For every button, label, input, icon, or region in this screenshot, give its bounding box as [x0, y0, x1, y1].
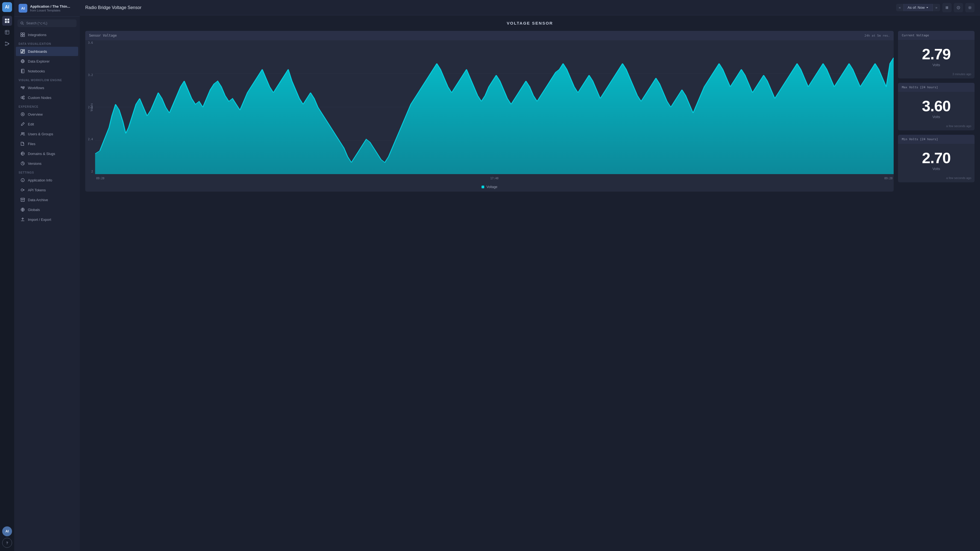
sidebar-item-data-explorer[interactable]: Data Explorer: [16, 57, 78, 66]
svg-rect-0: [5, 19, 7, 21]
svg-rect-14: [23, 49, 25, 51]
svg-rect-33: [947, 6, 948, 9]
sidebar-item-api-tokens[interactable]: API Tokens: [16, 185, 78, 194]
chart-widget: Sensor Voltage 24h at 5m res. 3.6 3.2 2.…: [85, 31, 894, 191]
api-tokens-icon: [20, 188, 25, 193]
svg-point-24: [22, 132, 23, 134]
globals-label: Globals: [28, 208, 40, 212]
current-voltage-time: 3 minutes ago: [898, 71, 975, 78]
files-label: Files: [28, 142, 35, 146]
topbar-controls: « As of: Now »: [896, 3, 975, 12]
min-voltage-unit: Volts: [932, 167, 940, 171]
svg-rect-16: [21, 53, 22, 53]
sidebar-header: AI Application / The Thin... from Losant…: [14, 0, 80, 17]
custom-nodes-icon: [20, 95, 25, 100]
grid-rail-icon[interactable]: [2, 16, 12, 26]
sidebar-item-domains[interactable]: Domains & Slugs: [16, 149, 78, 158]
current-voltage-unit: Volts: [932, 63, 940, 67]
sidebar-item-app-info[interactable]: Application Info: [16, 175, 78, 185]
current-voltage-header: Current Voltage: [898, 31, 975, 40]
sidebar-item-notebooks[interactable]: Notebooks: [16, 67, 78, 76]
sidebar-item-versions[interactable]: Versions: [16, 159, 78, 168]
legend-dot: [482, 186, 484, 188]
svg-rect-20: [23, 96, 24, 97]
sidebar-item-data-archive[interactable]: Data Archive: [16, 195, 78, 204]
time-prev-button[interactable]: «: [896, 4, 904, 11]
dashboard-title: VOLTAGE SENSOR: [85, 21, 975, 25]
max-voltage-time: a few seconds ago: [898, 123, 975, 131]
sidebar-item-files[interactable]: Files: [16, 139, 78, 148]
widgets-row: Sensor Voltage 24h at 5m res. 3.6 3.2 2.…: [85, 31, 975, 191]
topbar: Radio Bridge Voltage Sensor « As of: Now…: [80, 0, 980, 15]
pause-button[interactable]: [942, 3, 951, 12]
svg-point-25: [23, 132, 24, 134]
sidebar-item-edit[interactable]: Edit: [16, 119, 78, 129]
globals-icon: [20, 207, 25, 212]
integrations-label: Integrations: [28, 33, 46, 37]
pause-icon: [945, 6, 949, 10]
chart-legend: Voltage: [85, 182, 894, 191]
versions-icon: [20, 161, 25, 166]
min-voltage-time: a few seconds ago: [898, 175, 975, 182]
time-now-dropdown[interactable]: As of: Now: [904, 4, 933, 11]
chart-area: 3.6 3.2 2.8 2.4 2 Volts: [85, 40, 894, 182]
legend-label: Voltage: [487, 185, 497, 189]
overview-label: Overview: [28, 112, 43, 116]
search-bar[interactable]: Search (⌥+L): [18, 19, 76, 27]
svg-rect-9: [21, 33, 22, 34]
svg-point-36: [969, 7, 971, 8]
max-voltage-body: 3.60 Volts: [898, 92, 975, 123]
current-voltage-widget: Current Voltage 2.79 Volts 3 minutes ago: [898, 31, 975, 78]
sidebar-item-workflows[interactable]: Workflows: [16, 83, 78, 92]
app-info-icon: [20, 178, 25, 183]
app-info: Application / The Thin... from Losant Te…: [30, 4, 70, 12]
settings-button[interactable]: [965, 3, 975, 12]
sidebar-item-import-export[interactable]: Import / Export: [16, 215, 78, 224]
users-groups-label: Users & Groups: [28, 132, 53, 136]
min-voltage-widget: Min Volts [24 hours] 2.70 Volts a few se…: [898, 135, 975, 182]
svg-rect-12: [23, 35, 25, 37]
import-export-icon: [20, 217, 25, 222]
sidebar-item-users-groups[interactable]: Users & Groups: [16, 129, 78, 139]
app-title: Application / The Thin...: [30, 4, 70, 9]
domains-label: Domains & Slugs: [28, 152, 55, 156]
sidebar-item-dashboards[interactable]: Dashboards: [16, 47, 78, 56]
max-voltage-widget: Max Volts [24 hours] 3.60 Volts a few se…: [898, 83, 975, 131]
app-avatar: AI: [19, 4, 27, 13]
time-now-label: As of: Now: [908, 5, 925, 10]
data-explorer-label: Data Explorer: [28, 59, 49, 64]
y-axis-title-container: Volts: [88, 40, 95, 174]
workflows-icon: [20, 85, 25, 90]
app-subtitle: from Losant Templates: [30, 9, 70, 12]
workflow-rail-icon[interactable]: [2, 39, 12, 49]
app-logo[interactable]: AI: [2, 2, 12, 12]
user-avatar-icon[interactable]: AI: [2, 526, 12, 536]
notebooks-label: Notebooks: [28, 69, 45, 73]
svg-point-5: [5, 42, 6, 43]
workflows-label: Workflows: [28, 86, 44, 90]
box-rail-icon[interactable]: [2, 27, 12, 37]
help-icon[interactable]: ?: [2, 538, 12, 548]
time-next-button[interactable]: »: [933, 4, 940, 11]
refresh-button[interactable]: [954, 3, 963, 12]
notebooks-icon: [20, 68, 25, 73]
current-voltage-body: 2.79 Volts: [898, 40, 975, 71]
search-icon: [20, 21, 24, 25]
svg-rect-15: [23, 51, 25, 53]
app-info-label: Application Info: [28, 178, 52, 182]
chart-widget-header: Sensor Voltage 24h at 5m res.: [85, 31, 894, 40]
svg-rect-32: [946, 6, 947, 9]
y-axis-title: Volts: [90, 103, 93, 111]
sidebar-item-overview[interactable]: Overview: [16, 110, 78, 119]
sidebar-item-integrations[interactable]: Integrations: [16, 30, 78, 39]
domains-icon: [20, 151, 25, 156]
custom-nodes-label: Custom Nodes: [28, 96, 51, 100]
svg-rect-10: [23, 33, 25, 34]
side-panels: Current Voltage 2.79 Volts 3 minutes ago…: [898, 31, 975, 182]
sidebar: AI Application / The Thin... from Losant…: [14, 0, 80, 551]
dashboards-icon: [20, 49, 25, 54]
sidebar-item-globals[interactable]: Globals: [16, 205, 78, 214]
chevron-down-icon: [926, 6, 929, 9]
sidebar-item-custom-nodes[interactable]: Custom Nodes: [16, 93, 78, 102]
x-axis-labels: 09:20 17:40 09:20: [95, 174, 894, 182]
